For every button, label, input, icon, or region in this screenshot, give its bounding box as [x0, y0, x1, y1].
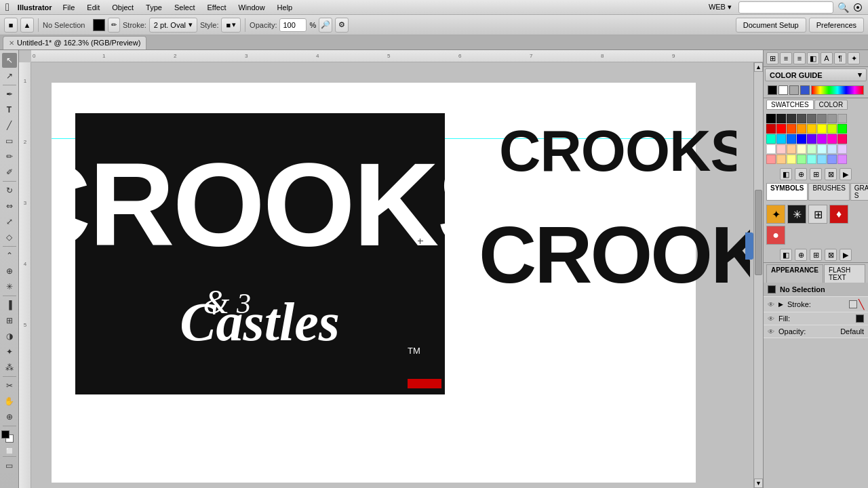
panel-icon-7[interactable]: ✦	[848, 52, 860, 64]
search-input[interactable]	[738, 1, 833, 14]
color-spectrum[interactable]	[811, 85, 864, 95]
appearance-tab[interactable]: APPEARANCE	[766, 264, 823, 283]
graphics-tab[interactable]: GRAPHIC S	[850, 183, 868, 201]
swatch-cell[interactable]	[837, 155, 847, 164]
swatch-cell[interactable]	[807, 144, 816, 154]
color-guide-title[interactable]: COLOR GUIDE ▾	[765, 68, 867, 81]
panel-collapse-handle[interactable]	[745, 232, 753, 260]
symbol-circle[interactable]: ●	[766, 226, 785, 245]
color-guide-collapse[interactable]: ▾	[858, 70, 862, 79]
scale-tool[interactable]: ⤢	[2, 214, 17, 229]
swatch-cell[interactable]	[787, 114, 796, 123]
scrollbar-thumb[interactable]	[755, 190, 762, 275]
symbol-text[interactable]: ⊞	[808, 205, 827, 224]
action-icon-2[interactable]: ⊕	[795, 168, 807, 180]
fill-color-box[interactable]	[93, 19, 105, 31]
scissors-tool[interactable]: ✂	[2, 378, 17, 393]
panel-icon-2[interactable]: ≡	[780, 52, 792, 64]
flash-text-tab[interactable]: FLASH TEXT	[824, 264, 865, 283]
swatch-cell[interactable]	[817, 134, 827, 144]
vertical-scrollbar[interactable]: ▲ ▼	[753, 62, 763, 488]
document-tab[interactable]: ✕ Untitled-1* @ 162.3% (RGB/Preview)	[3, 36, 146, 49]
hand-tool[interactable]: ✋	[2, 394, 17, 409]
swatch-cell[interactable]	[817, 155, 827, 164]
swatch-cell[interactable]	[776, 114, 786, 123]
swatch-cell[interactable]	[766, 134, 776, 144]
symbol-spider[interactable]: ✳	[787, 205, 806, 224]
no-sel-color[interactable]	[768, 285, 776, 293]
swatch-cell[interactable]	[807, 155, 816, 164]
swatch-cell[interactable]	[787, 134, 796, 144]
swatch-cell[interactable]	[797, 114, 806, 123]
symbol-red[interactable]: ♦	[829, 205, 848, 224]
sym-action-5[interactable]: ▶	[840, 249, 852, 261]
color-mode-toggle[interactable]: ⬜	[6, 448, 13, 454]
line-tool[interactable]: ╱	[2, 118, 17, 133]
tab-close-btn[interactable]: ✕	[9, 39, 14, 47]
swatch-cell[interactable]	[817, 124, 827, 134]
sym-action-3[interactable]: ⊞	[810, 249, 822, 261]
swatch-cell[interactable]	[776, 155, 786, 164]
symbol-star[interactable]: ✦	[766, 205, 785, 224]
opacity-input[interactable]	[279, 18, 307, 32]
type-tool[interactable]: T	[2, 102, 17, 117]
color-blue[interactable]	[800, 85, 810, 95]
menu-type[interactable]: Type	[140, 2, 167, 13]
swatch-cell[interactable]	[797, 124, 806, 134]
zoom-tool[interactable]: ⊕	[2, 409, 17, 424]
swatch-cell[interactable]	[797, 144, 806, 154]
swatch-cell[interactable]	[837, 144, 847, 154]
stroke-indicator[interactable]	[1, 430, 9, 439]
direct-select-tool[interactable]: ↗	[2, 68, 17, 83]
swatch-cell[interactable]	[787, 144, 796, 154]
symbol-tool[interactable]: ✳	[2, 279, 17, 294]
symbols-tab[interactable]: SYMBOLS	[766, 183, 808, 201]
swatch-cell[interactable]	[807, 114, 816, 123]
panel-icon-6[interactable]: ¶	[834, 52, 846, 64]
swatch-cell[interactable]	[837, 124, 847, 134]
swatch-cell[interactable]	[797, 134, 806, 144]
action-icon-4[interactable]: ⊠	[825, 168, 837, 180]
panel-icon-5[interactable]: A	[821, 52, 833, 64]
swatch-cell[interactable]	[776, 144, 786, 154]
select-tool[interactable]: ↖	[2, 53, 17, 68]
swatch-cell[interactable]	[827, 155, 837, 164]
swatches-tab[interactable]: SWATCHES	[766, 100, 814, 110]
panel-icon-1[interactable]: ⊞	[766, 52, 778, 64]
swatch-cell[interactable]	[827, 124, 837, 134]
rotate-tool[interactable]: ↻	[2, 183, 17, 198]
swatch-cell[interactable]	[837, 114, 847, 123]
scroll-up-arrow[interactable]: ▲	[754, 62, 763, 72]
app-name[interactable]: Illustrator	[18, 3, 52, 12]
color-tab[interactable]: COLOR	[814, 100, 848, 110]
swatch-cell[interactable]	[827, 114, 837, 123]
color-black[interactable]	[768, 85, 777, 95]
pen-tool[interactable]: ✒	[2, 87, 17, 102]
swatch-cell[interactable]	[827, 144, 837, 154]
menu-object[interactable]: Object	[106, 2, 139, 13]
fill-color-indicator[interactable]	[856, 314, 864, 323]
swatch-cell[interactable]	[766, 124, 776, 134]
swatch-cell[interactable]	[817, 114, 827, 123]
document-setup-btn[interactable]: Document Setup	[736, 18, 806, 33]
action-icon-5[interactable]: ▶	[840, 168, 852, 180]
rect-tool[interactable]: ▭	[2, 134, 17, 148]
blend-tool[interactable]: ⁂	[2, 360, 17, 375]
shear-tool[interactable]: ◇	[2, 230, 17, 245]
swatch-cell[interactable]	[776, 124, 786, 134]
color-white[interactable]	[778, 85, 788, 95]
panel-icon-3[interactable]: ≡	[793, 52, 806, 64]
swatch-cell[interactable]	[766, 155, 776, 164]
sym-action-4[interactable]: ⊠	[825, 249, 837, 261]
fill-visibility-toggle[interactable]: 👁	[768, 315, 774, 323]
pencil-tool[interactable]: ✐	[2, 165, 17, 180]
menu-edit[interactable]: Edit	[81, 2, 105, 13]
swatch-cell[interactable]	[807, 134, 816, 144]
stroke-dropdown[interactable]: 2 pt. Oval ▾	[149, 18, 197, 33]
swatch-cell[interactable]	[827, 134, 837, 144]
extra-options[interactable]: ⚙	[335, 18, 349, 33]
panel-icon-4[interactable]: ◧	[807, 52, 819, 64]
tool-icon-2[interactable]: ▲	[20, 18, 34, 33]
swatch-cell[interactable]	[797, 155, 806, 164]
stroke-color-box[interactable]	[849, 300, 857, 308]
